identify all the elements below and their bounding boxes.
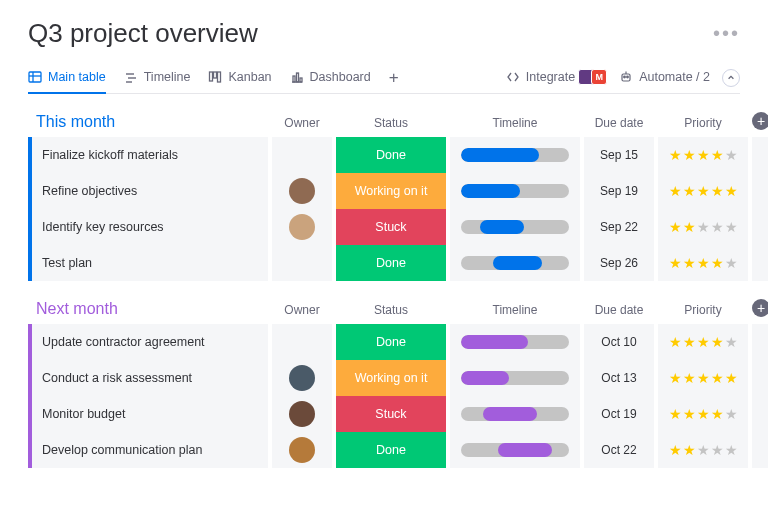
owner-cell[interactable]: [272, 324, 332, 360]
timeline-cell[interactable]: [450, 324, 580, 360]
column-header-timeline[interactable]: Timeline: [450, 303, 580, 320]
status-cell[interactable]: Done: [336, 432, 446, 468]
priority-cell[interactable]: ★★★★★: [658, 173, 748, 209]
collapse-toolbar-button[interactable]: [722, 69, 740, 87]
column-header-priority[interactable]: Priority: [658, 303, 748, 320]
status-cell[interactable]: Done: [336, 324, 446, 360]
add-view-button[interactable]: +: [389, 68, 399, 88]
table-row[interactable]: Conduct a risk assessmentWorking on itOc…: [28, 360, 740, 396]
item-name-cell[interactable]: Refine objectives: [28, 173, 268, 209]
item-name-cell[interactable]: Monitor budget: [28, 396, 268, 432]
avatar[interactable]: [289, 401, 315, 427]
tab-main-table[interactable]: Main table: [28, 64, 106, 94]
due-date-cell[interactable]: Oct 22: [584, 432, 654, 468]
priority-cell[interactable]: ★★★★★: [658, 360, 748, 396]
item-name-cell[interactable]: Finalize kickoff materials: [28, 137, 268, 173]
priority-cell[interactable]: ★★★★★: [658, 209, 748, 245]
automate-button[interactable]: Automate / 2: [619, 64, 710, 92]
item-name-cell[interactable]: Develop communication plan: [28, 432, 268, 468]
item-name-cell[interactable]: Conduct a risk assessment: [28, 360, 268, 396]
table-row[interactable]: Finalize kickoff materialsDoneSep 15★★★★…: [28, 137, 740, 173]
priority-cell[interactable]: ★★★★★: [658, 137, 748, 173]
integrate-button[interactable]: Integrate M: [506, 63, 607, 93]
due-date-cell[interactable]: Oct 19: [584, 396, 654, 432]
table-row[interactable]: Refine objectivesWorking on itSep 19★★★★…: [28, 173, 740, 209]
due-date-cell[interactable]: Sep 19: [584, 173, 654, 209]
timeline-cell[interactable]: [450, 137, 580, 173]
column-header-status[interactable]: Status: [336, 116, 446, 133]
avatar[interactable]: [289, 214, 315, 240]
star-icon: ★: [669, 147, 682, 163]
priority-cell[interactable]: ★★★★★: [658, 245, 748, 281]
status-cell[interactable]: Working on it: [336, 360, 446, 396]
priority-cell[interactable]: ★★★★★: [658, 396, 748, 432]
avatar[interactable]: [289, 437, 315, 463]
tab-kanban[interactable]: Kanban: [208, 64, 271, 92]
star-icon: ★: [669, 406, 682, 422]
add-column-button[interactable]: +: [752, 112, 768, 130]
star-icon: ★: [669, 370, 682, 386]
column-header-owner[interactable]: Owner: [272, 303, 332, 320]
timeline-cell[interactable]: [450, 245, 580, 281]
due-date-cell[interactable]: Sep 22: [584, 209, 654, 245]
group-title[interactable]: Next month: [28, 300, 268, 320]
column-header-due_date[interactable]: Due date: [584, 116, 654, 133]
item-name-cell[interactable]: Test plan: [28, 245, 268, 281]
status-cell[interactable]: Done: [336, 137, 446, 173]
status-cell[interactable]: Working on it: [336, 173, 446, 209]
status-cell[interactable]: Done: [336, 245, 446, 281]
svg-rect-10: [293, 76, 295, 82]
row-tail-cell: [752, 432, 768, 468]
due-date-cell[interactable]: Oct 10: [584, 324, 654, 360]
table-row[interactable]: Test planDoneSep 26★★★★★: [28, 245, 740, 281]
timeline-cell[interactable]: [450, 396, 580, 432]
column-header-priority[interactable]: Priority: [658, 116, 748, 133]
group-title[interactable]: This month: [28, 113, 268, 133]
status-cell[interactable]: Stuck: [336, 396, 446, 432]
tab-dashboard[interactable]: Dashboard: [290, 64, 371, 92]
status-cell[interactable]: Stuck: [336, 209, 446, 245]
timeline-cell[interactable]: [450, 209, 580, 245]
due-date-cell[interactable]: Sep 26: [584, 245, 654, 281]
column-header-owner[interactable]: Owner: [272, 116, 332, 133]
owner-cell[interactable]: [272, 245, 332, 281]
star-icon: ★: [711, 255, 724, 271]
owner-cell[interactable]: [272, 396, 332, 432]
star-icon: ★: [697, 219, 710, 235]
item-name-cell[interactable]: Identify key resources: [28, 209, 268, 245]
owner-cell[interactable]: [272, 137, 332, 173]
owner-cell[interactable]: [272, 209, 332, 245]
star-icon: ★: [711, 406, 724, 422]
priority-cell[interactable]: ★★★★★: [658, 324, 748, 360]
timeline-cell[interactable]: [450, 360, 580, 396]
timeline-fill: [461, 335, 528, 349]
view-tabs: Main table Timeline Kanban Dashboard +: [28, 63, 740, 94]
item-name-cell[interactable]: Update contractor agreement: [28, 324, 268, 360]
table-row[interactable]: Update contractor agreementDoneOct 10★★★…: [28, 324, 740, 360]
star-icon: ★: [683, 147, 696, 163]
star-rating: ★★★★★: [669, 183, 738, 199]
table-row[interactable]: Develop communication planDoneOct 22★★★★…: [28, 432, 740, 468]
table-row[interactable]: Monitor budgetStuckOct 19★★★★★: [28, 396, 740, 432]
column-header-timeline[interactable]: Timeline: [450, 116, 580, 133]
timeline-cell[interactable]: [450, 173, 580, 209]
star-icon: ★: [725, 219, 738, 235]
column-header-status[interactable]: Status: [336, 303, 446, 320]
owner-cell[interactable]: [272, 173, 332, 209]
owner-cell[interactable]: [272, 360, 332, 396]
add-column-button[interactable]: +: [752, 299, 768, 317]
tab-timeline[interactable]: Timeline: [124, 64, 191, 92]
due-date-cell[interactable]: Sep 15: [584, 137, 654, 173]
avatar[interactable]: [289, 178, 315, 204]
avatar[interactable]: [289, 365, 315, 391]
table-row[interactable]: Identify key resourcesStuckSep 22★★★★★: [28, 209, 740, 245]
due-date-cell[interactable]: Oct 13: [584, 360, 654, 396]
more-menu-icon[interactable]: •••: [713, 22, 740, 45]
star-rating: ★★★★★: [669, 370, 738, 386]
star-icon: ★: [683, 406, 696, 422]
priority-cell[interactable]: ★★★★★: [658, 432, 748, 468]
column-header-due_date[interactable]: Due date: [584, 303, 654, 320]
svg-rect-7: [214, 72, 217, 78]
timeline-cell[interactable]: [450, 432, 580, 468]
owner-cell[interactable]: [272, 432, 332, 468]
